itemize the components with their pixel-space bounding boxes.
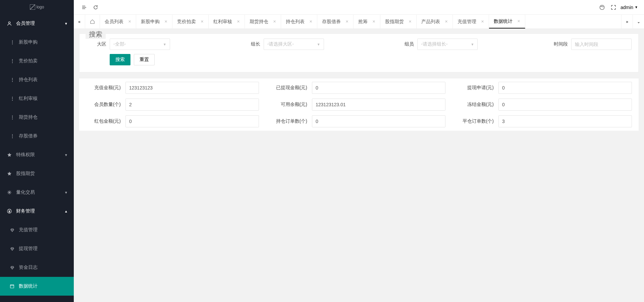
user-menu[interactable]: admin ▼	[619, 5, 639, 10]
search-panel-title: 搜索	[86, 30, 106, 39]
sidebar-item-13[interactable]: 资金日志	[0, 258, 74, 277]
region-select[interactable]: -全部- ▼	[110, 39, 170, 50]
refresh-button[interactable]	[90, 2, 101, 13]
close-icon[interactable]: ✕	[128, 20, 131, 23]
sidebar-item-label: 持仓列表	[19, 77, 38, 83]
star-icon	[6, 171, 13, 176]
sidebar-item-10[interactable]: 财务管理▲	[0, 202, 74, 221]
tab-home[interactable]	[85, 15, 100, 28]
sidebar-item-label: 竞价拍卖	[19, 58, 38, 64]
member-select[interactable]: -请选择组长- ▼	[417, 39, 478, 50]
close-icon[interactable]: ✕	[201, 20, 204, 23]
stat-item-1: 已提现金额(元)0	[272, 82, 445, 94]
sidebar-item-5[interactable]: ⋮期货持仓	[0, 108, 74, 127]
tab-2[interactable]: 竞价拍卖✕	[172, 15, 209, 28]
chevron-down-icon: ▼	[471, 43, 474, 46]
close-icon[interactable]: ✕	[409, 20, 412, 23]
tab-0[interactable]: 会员列表✕	[100, 15, 136, 28]
diamond-icon	[9, 247, 15, 251]
close-icon[interactable]: ✕	[445, 20, 448, 23]
chevron-up-icon: ▲	[64, 209, 68, 213]
chevron-double-left-icon: «	[78, 19, 80, 24]
theme-button[interactable]	[596, 2, 608, 13]
tab-9[interactable]: 产品列表✕	[417, 15, 453, 28]
svg-rect-2	[10, 285, 14, 288]
sidebar-item-label: 提现管理	[19, 246, 38, 252]
search-panel: 搜索 大区 -全部- ▼ 组长 -请选择大区- ▼	[79, 34, 639, 72]
tab-8[interactable]: 股指期货✕	[380, 15, 417, 28]
sidebar-item-label: 量化交易	[16, 189, 35, 195]
tab-5[interactable]: 持仓列表✕	[281, 15, 317, 28]
stat-value: 3	[498, 115, 632, 127]
leader-label: 组长	[240, 41, 264, 47]
sidebar-item-9[interactable]: 量化交易▼	[0, 183, 74, 202]
content: 搜索 大区 -全部- ▼ 组长 -请选择大区- ▼	[74, 29, 644, 302]
fullscreen-icon	[611, 5, 616, 10]
calendar-icon	[9, 284, 15, 289]
stat-value: 0	[125, 115, 259, 127]
sidebar-item-6[interactable]: ⋮存股借券	[0, 127, 74, 145]
stat-value: 123123123.01	[312, 99, 445, 111]
close-icon[interactable]: ✕	[237, 20, 240, 23]
tab-4[interactable]: 期货持仓✕	[245, 15, 281, 28]
close-icon[interactable]: ✕	[372, 20, 375, 23]
tab-7[interactable]: 抢筹✕	[354, 15, 380, 28]
sidebar-item-0[interactable]: 会员管理▼	[0, 14, 74, 33]
sidebar-item-label: 存股借券	[19, 133, 38, 139]
leader-placeholder: -请选择大区-	[267, 41, 294, 47]
chevron-down-icon: ▼	[64, 153, 68, 157]
stat-item-5: 冻结金额(元)0	[459, 99, 632, 111]
tab-label: 竞价拍卖	[177, 19, 196, 25]
toggle-sidebar-button[interactable]	[78, 2, 90, 13]
user-icon	[6, 21, 13, 26]
reset-button[interactable]: 重置	[134, 54, 155, 65]
diamond-icon	[9, 228, 15, 232]
svg-point-5	[601, 6, 601, 7]
stat-label: 会员数量(个)	[86, 102, 125, 108]
dots-icon: ⋮	[9, 96, 15, 101]
sidebar-item-label: 红利审核	[19, 96, 38, 102]
tabs-scroll-left[interactable]: «	[74, 15, 85, 28]
leader-select[interactable]: -请选择大区- ▼	[264, 39, 324, 50]
sidebar-item-11[interactable]: 充值管理	[0, 221, 74, 239]
tab-label: 会员列表	[105, 19, 123, 25]
close-icon[interactable]: ✕	[273, 20, 276, 23]
tab-10[interactable]: 充值管理✕	[453, 15, 489, 28]
tab-11[interactable]: 数据统计✕	[489, 15, 525, 28]
sidebar-item-4[interactable]: ⋮红利审核	[0, 89, 74, 108]
close-icon[interactable]: ✕	[345, 20, 348, 23]
tab-3[interactable]: 红利审核✕	[209, 15, 245, 28]
sidebar-item-1[interactable]: ⋮新股申购	[0, 33, 74, 52]
sidebar-item-12[interactable]: 提现管理	[0, 239, 74, 258]
close-icon[interactable]: ✕	[517, 19, 520, 23]
header: admin ▼	[74, 0, 644, 15]
sidebar-item-8[interactable]: 股指期货	[0, 164, 74, 183]
time-range-input[interactable]	[571, 39, 632, 50]
close-icon[interactable]: ✕	[481, 20, 484, 23]
time-label: 时间段	[548, 41, 571, 47]
stat-item-6: 红包金额(元)0	[86, 115, 259, 127]
logo-broken-image: logo	[30, 4, 44, 10]
chevron-down-icon: ▼	[64, 191, 68, 194]
tabs-dropdown[interactable]: ⌄	[633, 15, 644, 28]
sidebar-item-14[interactable]: 数据统计	[0, 277, 74, 296]
sidebar-item-15[interactable]: 系统设置▼	[0, 296, 74, 302]
tabs-scroll-right[interactable]: »	[621, 15, 633, 28]
sidebar-item-7[interactable]: 特殊权限▼	[0, 145, 74, 164]
sidebar-item-2[interactable]: ⋮竞价拍卖	[0, 52, 74, 70]
stat-item-4: 可用余额(元)123123123.01	[272, 99, 445, 111]
tab-label: 充值管理	[458, 19, 476, 25]
yen-icon	[6, 209, 13, 214]
region-label: 大区	[86, 41, 110, 47]
tab-1[interactable]: 新股申购✕	[136, 15, 172, 28]
tab-bar: « 会员列表✕新股申购✕竞价拍卖✕红利审核✕期货持仓✕持仓列表✕存股借券✕抢筹✕…	[74, 15, 644, 29]
main-area: admin ▼ « 会员列表✕新股申购✕竞价拍卖✕红利审核✕期货持仓✕持仓列表✕…	[74, 0, 644, 302]
tab-6[interactable]: 存股借券✕	[317, 15, 354, 28]
fullscreen-button[interactable]	[608, 2, 619, 13]
search-button[interactable]: 搜索	[110, 54, 130, 65]
close-icon[interactable]: ✕	[309, 20, 312, 23]
close-icon[interactable]: ✕	[164, 20, 167, 23]
dots-icon: ⋮	[9, 40, 15, 45]
chevron-down-icon: ▼	[635, 5, 638, 9]
sidebar-item-3[interactable]: ⋮持仓列表	[0, 70, 74, 89]
